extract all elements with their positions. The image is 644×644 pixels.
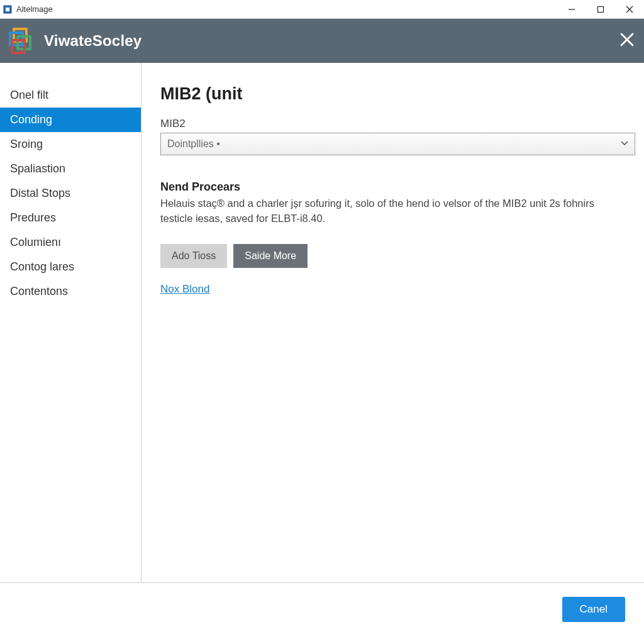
nox-blond-link[interactable]: Nox Blond	[160, 283, 209, 296]
sidebar-item-sroing[interactable]: Sroing	[0, 132, 141, 157]
section-body: Helauis staç® and a charler jșr sofuring…	[160, 196, 625, 226]
sidebar-item-spaliastion[interactable]: Spaliastion	[0, 157, 141, 181]
brand-name: ViwateSocley	[44, 32, 142, 50]
body: Onel filt Conding Sroing Spaliastion Dis…	[0, 63, 644, 582]
saide-more-button[interactable]: Saide More	[233, 244, 308, 268]
sidebar-item-contog-lares[interactable]: Contog lares	[0, 255, 141, 279]
ado-tioss-button[interactable]: Ado Tioss	[160, 244, 227, 268]
header-close-icon[interactable]	[619, 31, 635, 50]
button-row: Ado Tioss Saide More	[160, 244, 625, 268]
svg-rect-1	[6, 8, 9, 11]
footer: Canel	[0, 582, 644, 644]
canel-button[interactable]: Canel	[562, 597, 625, 622]
maximize-button[interactable]	[586, 0, 615, 19]
sidebar-item-distal-stops[interactable]: Distal Stops	[0, 181, 141, 206]
minimize-button[interactable]	[557, 0, 586, 19]
sidebar: Onel filt Conding Sroing Spaliastion Dis…	[0, 63, 142, 582]
select-wrap: Dointpllies •	[160, 133, 635, 155]
chevron-down-icon	[620, 138, 629, 150]
app-icon	[3, 4, 13, 14]
svg-rect-3	[598, 6, 604, 12]
window-titlebar: Altelmage	[0, 0, 644, 19]
select-value: Dointpllies •	[167, 138, 220, 150]
section-heading: Nend Procears	[160, 180, 625, 194]
sidebar-item-contentons[interactable]: Contentons	[0, 279, 141, 304]
select-label: MIB2	[160, 118, 625, 130]
sidebar-item-columien[interactable]: Columienı	[0, 230, 141, 255]
window-controls	[557, 0, 644, 19]
main-panel: MIB2 (unit MIB2 Dointpllies • Nend Proce…	[142, 63, 644, 582]
close-button[interactable]	[615, 0, 644, 19]
brand: ViwateSocley	[9, 28, 142, 54]
sidebar-item-predures[interactable]: Predures	[0, 206, 141, 230]
app-header: ViwateSocley	[0, 19, 644, 63]
sidebar-item-onel-filt[interactable]: Onel filt	[0, 83, 141, 108]
brand-logo-icon	[9, 28, 35, 54]
page-title: MIB2 (unit	[160, 84, 625, 104]
mib2-select[interactable]: Dointpllies •	[160, 133, 635, 155]
sidebar-item-conding[interactable]: Conding	[0, 108, 141, 132]
window-title: Altelmage	[16, 4, 53, 14]
